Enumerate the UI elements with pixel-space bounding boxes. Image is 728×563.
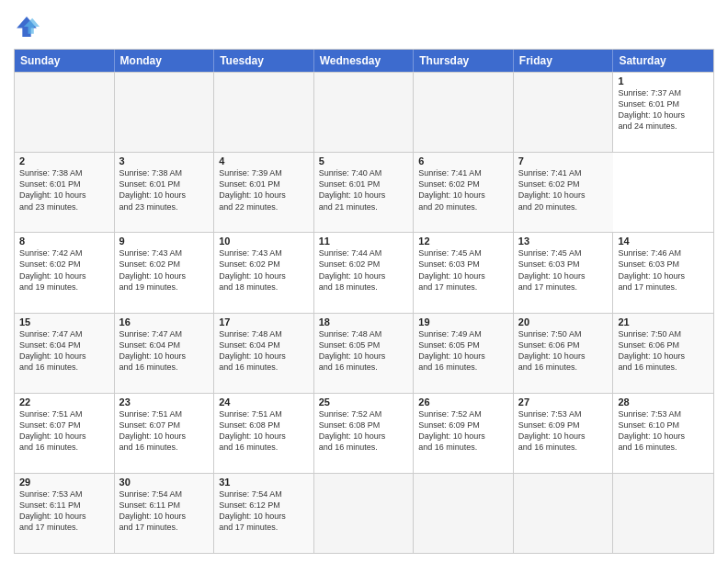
day-info: Sunrise: 7:48 AMSunset: 6:05 PMDaylight:…: [319, 328, 409, 373]
day-number: 17: [219, 316, 309, 327]
day-info: Sunrise: 7:51 AMSunset: 6:08 PMDaylight:…: [219, 408, 309, 454]
day-number: 18: [319, 316, 409, 327]
day-number: 15: [19, 316, 109, 327]
logo-icon: [14, 14, 40, 40]
weekday-header: Sunday: [15, 50, 115, 72]
weekday-header: Saturday: [613, 50, 713, 72]
day-info: Sunrise: 7:52 AMSunset: 6:09 PMDaylight:…: [418, 408, 508, 454]
day-cell: 12Sunrise: 7:45 AMSunset: 6:03 PMDayligh…: [414, 233, 514, 312]
day-cell: 17Sunrise: 7:48 AMSunset: 6:04 PMDayligh…: [214, 314, 314, 393]
weekday-header: Friday: [514, 50, 614, 72]
day-number: 3: [119, 155, 210, 167]
day-number: 13: [518, 236, 609, 247]
empty-cell: [314, 474, 415, 553]
day-number: 9: [119, 236, 210, 247]
calendar-week: 2Sunrise: 7:38 AMSunset: 6:01 PMDaylight…: [15, 152, 713, 232]
day-number: 5: [319, 155, 409, 167]
day-cell: 13Sunrise: 7:45 AMSunset: 6:03 PMDayligh…: [514, 233, 614, 312]
logo: [14, 14, 43, 40]
calendar-week: 22Sunrise: 7:51 AMSunset: 6:07 PMDayligh…: [15, 393, 713, 473]
day-cell: 19Sunrise: 7:49 AMSunset: 6:05 PMDayligh…: [414, 314, 514, 393]
day-info: Sunrise: 7:47 AMSunset: 6:04 PMDaylight:…: [19, 328, 109, 373]
day-info: Sunrise: 7:37 AMSunset: 6:01 PMDaylight:…: [618, 87, 709, 132]
day-info: Sunrise: 7:42 AMSunset: 6:02 PMDaylight:…: [19, 247, 109, 293]
day-cell: 27Sunrise: 7:53 AMSunset: 6:09 PMDayligh…: [514, 394, 614, 473]
day-number: 23: [119, 396, 210, 408]
day-cell: 25Sunrise: 7:52 AMSunset: 6:08 PMDayligh…: [314, 394, 415, 473]
day-info: Sunrise: 7:46 AMSunset: 6:03 PMDaylight:…: [618, 247, 709, 293]
weekday-header: Wednesday: [314, 50, 415, 72]
day-info: Sunrise: 7:51 AMSunset: 6:07 PMDaylight:…: [19, 408, 109, 454]
day-info: Sunrise: 7:49 AMSunset: 6:05 PMDaylight:…: [418, 328, 508, 373]
day-number: 29: [19, 477, 109, 488]
day-info: Sunrise: 7:40 AMSunset: 6:01 PMDaylight:…: [319, 167, 409, 213]
day-number: 21: [618, 316, 709, 327]
day-number: 1: [618, 75, 709, 86]
day-cell: 1Sunrise: 7:37 AMSunset: 6:01 PMDaylight…: [613, 73, 713, 152]
day-cell: 26Sunrise: 7:52 AMSunset: 6:09 PMDayligh…: [414, 394, 514, 473]
day-info: Sunrise: 7:53 AMSunset: 6:10 PMDaylight:…: [618, 408, 709, 454]
day-cell: 2Sunrise: 7:38 AMSunset: 6:01 PMDaylight…: [15, 153, 115, 232]
day-number: 25: [319, 396, 409, 408]
day-info: Sunrise: 7:45 AMSunset: 6:03 PMDaylight:…: [418, 247, 508, 293]
day-number: 8: [19, 236, 109, 247]
day-cell: 21Sunrise: 7:50 AMSunset: 6:06 PMDayligh…: [613, 314, 713, 393]
day-info: Sunrise: 7:52 AMSunset: 6:08 PMDaylight:…: [319, 408, 409, 454]
day-cell: 22Sunrise: 7:51 AMSunset: 6:07 PMDayligh…: [15, 394, 115, 473]
page: SundayMondayTuesdayWednesdayThursdayFrid…: [0, 0, 728, 563]
empty-cell: [314, 73, 415, 152]
empty-cell: [115, 73, 215, 152]
day-number: 10: [219, 236, 309, 247]
calendar: SundayMondayTuesdayWednesdayThursdayFrid…: [14, 49, 714, 554]
day-info: Sunrise: 7:38 AMSunset: 6:01 PMDaylight:…: [19, 167, 109, 213]
day-number: 12: [418, 236, 508, 247]
day-cell: 18Sunrise: 7:48 AMSunset: 6:05 PMDayligh…: [314, 314, 415, 393]
day-info: Sunrise: 7:38 AMSunset: 6:01 PMDaylight:…: [119, 167, 210, 213]
day-info: Sunrise: 7:51 AMSunset: 6:07 PMDaylight:…: [119, 408, 210, 454]
day-number: 20: [518, 316, 609, 327]
day-cell: 16Sunrise: 7:47 AMSunset: 6:04 PMDayligh…: [115, 314, 215, 393]
day-number: 6: [418, 155, 508, 167]
weekday-header: Thursday: [414, 50, 514, 72]
day-number: 2: [19, 155, 109, 167]
empty-cell: [214, 73, 314, 152]
day-info: Sunrise: 7:45 AMSunset: 6:03 PMDaylight:…: [518, 247, 609, 293]
day-info: Sunrise: 7:53 AMSunset: 6:09 PMDaylight:…: [518, 408, 609, 454]
day-cell: 29Sunrise: 7:53 AMSunset: 6:11 PMDayligh…: [15, 474, 115, 553]
day-number: 24: [219, 396, 309, 408]
calendar-week: 8Sunrise: 7:42 AMSunset: 6:02 PMDaylight…: [15, 232, 713, 312]
day-cell: 24Sunrise: 7:51 AMSunset: 6:08 PMDayligh…: [214, 394, 314, 473]
day-cell: 9Sunrise: 7:43 AMSunset: 6:02 PMDaylight…: [115, 233, 215, 312]
day-info: Sunrise: 7:53 AMSunset: 6:11 PMDaylight:…: [19, 488, 109, 534]
day-info: Sunrise: 7:41 AMSunset: 6:02 PMDaylight:…: [518, 167, 609, 213]
empty-cell: [15, 73, 115, 152]
day-info: Sunrise: 7:50 AMSunset: 6:06 PMDaylight:…: [518, 328, 609, 373]
day-info: Sunrise: 7:50 AMSunset: 6:06 PMDaylight:…: [618, 328, 709, 373]
calendar-week: 15Sunrise: 7:47 AMSunset: 6:04 PMDayligh…: [15, 313, 713, 393]
day-info: Sunrise: 7:44 AMSunset: 6:02 PMDaylight:…: [319, 247, 409, 293]
day-cell: 6Sunrise: 7:41 AMSunset: 6:02 PMDaylight…: [414, 153, 514, 232]
weekday-header: Tuesday: [214, 50, 314, 72]
day-cell: 7Sunrise: 7:41 AMSunset: 6:02 PMDaylight…: [514, 153, 614, 232]
day-number: 16: [119, 316, 210, 327]
day-cell: 10Sunrise: 7:43 AMSunset: 6:02 PMDayligh…: [214, 233, 314, 312]
day-number: 7: [518, 155, 609, 167]
header: [14, 14, 714, 40]
day-cell: 5Sunrise: 7:40 AMSunset: 6:01 PMDaylight…: [314, 153, 415, 232]
empty-cell: [414, 73, 514, 152]
day-info: Sunrise: 7:43 AMSunset: 6:02 PMDaylight:…: [219, 247, 309, 293]
calendar-week: 1Sunrise: 7:37 AMSunset: 6:01 PMDaylight…: [15, 72, 713, 152]
day-number: 4: [219, 155, 309, 167]
day-number: 14: [618, 236, 709, 247]
day-cell: 15Sunrise: 7:47 AMSunset: 6:04 PMDayligh…: [15, 314, 115, 393]
day-number: 11: [319, 236, 409, 247]
day-info: Sunrise: 7:48 AMSunset: 6:04 PMDaylight:…: [219, 328, 309, 373]
day-number: 31: [219, 477, 309, 488]
day-info: Sunrise: 7:54 AMSunset: 6:11 PMDaylight:…: [119, 488, 210, 534]
empty-cell: [514, 73, 614, 152]
day-number: 30: [119, 477, 210, 488]
day-cell: 3Sunrise: 7:38 AMSunset: 6:01 PMDaylight…: [115, 153, 215, 232]
day-cell: 11Sunrise: 7:44 AMSunset: 6:02 PMDayligh…: [314, 233, 415, 312]
weekday-header: Monday: [115, 50, 215, 72]
day-number: 19: [418, 316, 508, 327]
